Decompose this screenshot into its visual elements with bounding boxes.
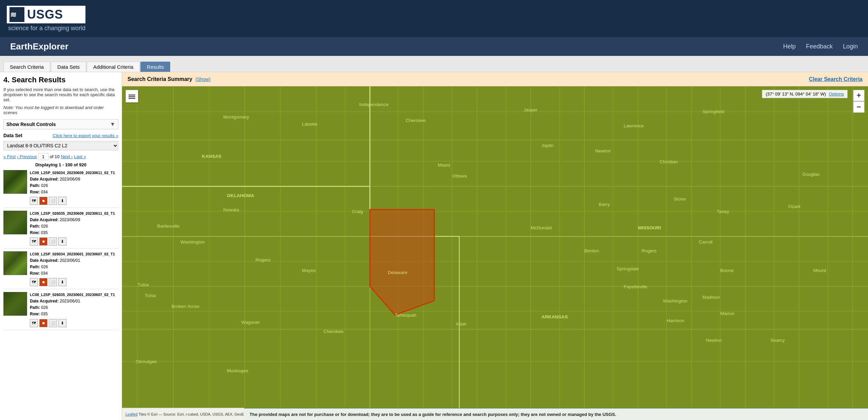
footprint-btn-2[interactable]: 🗺 xyxy=(30,278,38,286)
result-thumbnail-1[interactable] xyxy=(3,211,27,234)
download-btn-2[interactable]: ⬇ xyxy=(58,278,66,286)
label-nowata: Nowata xyxy=(223,207,239,212)
zoom-out-btn[interactable]: − xyxy=(853,101,865,113)
label-arkansas: ARKANSAS xyxy=(541,314,568,319)
label-independence: Independence xyxy=(359,102,389,107)
label-springfield: Springfield xyxy=(703,109,725,114)
login-link[interactable]: Login xyxy=(843,43,858,50)
overlay-btn-0[interactable]: ■ xyxy=(39,197,47,205)
tab-search-criteria[interactable]: Search Criteria xyxy=(3,62,50,72)
clear-search-btn[interactable]: Clear Search Criteria xyxy=(809,76,863,82)
map-layers-button[interactable] xyxy=(125,90,138,103)
footprint-btn-0[interactable]: 🗺 xyxy=(30,197,38,205)
help-link[interactable]: Help xyxy=(783,43,796,50)
tab-additional-criteria[interactable]: Additional Criteria xyxy=(87,62,140,72)
feedback-link[interactable]: Feedback xyxy=(806,43,833,50)
label-harrison: Harrison xyxy=(667,318,684,323)
dataset-select[interactable]: Landsat 8-9 OLI/TIRS C2 L2 xyxy=(3,141,118,150)
label-marion: Marion xyxy=(720,311,734,316)
result-id-1: LC09_L2SP_026035_20230609_20230611_02_T1 xyxy=(30,211,118,217)
tab-results[interactable]: Results xyxy=(140,62,170,72)
download-btn-1[interactable]: ⬇ xyxy=(58,237,66,246)
svg-rect-45 xyxy=(129,94,135,96)
label-tahlequah: Tahlequah xyxy=(395,313,416,318)
summary-show-link[interactable]: (Show) xyxy=(196,77,211,82)
first-page-link[interactable]: « First xyxy=(3,154,16,159)
result-path-3: Path: 026 xyxy=(30,304,118,311)
label-okmulgee: Okmulgee xyxy=(136,359,157,364)
overlay-btn-2[interactable]: ■ xyxy=(39,278,47,286)
result-actions-2: 🗺 ■ ⬜ ⬇ xyxy=(30,278,118,286)
tab-data-sets[interactable]: Data Sets xyxy=(51,62,86,72)
svg-rect-2 xyxy=(122,86,868,408)
result-row-2: Row: 034 xyxy=(30,270,118,277)
last-page-link[interactable]: Last » xyxy=(74,154,86,159)
result-row-3: Row: 035 xyxy=(30,311,118,317)
label-cherokee-ok: Cherokee xyxy=(323,329,343,334)
label-cherokee: Cherokee xyxy=(406,118,426,123)
label-fayetteville: Fayetteville xyxy=(624,284,647,289)
results-heading: 4. Search Results xyxy=(3,76,118,84)
result-info-0: LC09_L2SP_026034_20230609_20230611_02_T1… xyxy=(30,170,118,205)
compare-btn-1[interactable]: ⬜ xyxy=(49,237,57,246)
results-note: Note: You must be logged in to download … xyxy=(3,105,118,115)
download-btn-0[interactable]: ⬇ xyxy=(58,197,66,205)
next-page-link[interactable]: Next › xyxy=(61,154,73,159)
svg-text:≋: ≋ xyxy=(10,10,16,19)
label-stone: Stone xyxy=(674,196,686,202)
label-springdale: Springdale xyxy=(617,266,639,271)
result-controls-arrow: ▼ xyxy=(110,121,115,127)
result-info-2: LC08_L2SP_026034_20230601_20230607_02_T1… xyxy=(30,251,118,286)
summary-bar: Search Criteria Summary (Show) Clear Sea… xyxy=(122,72,868,86)
prev-page-link[interactable]: ‹ Previous xyxy=(17,154,37,159)
result-date-0: Date Acquired: 2023/06/09 xyxy=(30,176,118,183)
label-delaware: Delaware xyxy=(388,270,408,275)
map-options-btn[interactable]: Options xyxy=(829,91,844,97)
zoom-in-btn[interactable]: + xyxy=(853,90,865,101)
tagline: science for a changing world xyxy=(7,25,85,32)
label-mount: Mount xyxy=(813,268,826,273)
result-path-0: Path: 026 xyxy=(30,183,118,189)
export-link[interactable]: Click here to export your results » xyxy=(53,133,118,138)
label-carroll: Carroll xyxy=(699,239,712,245)
map-zoom-controls: + − xyxy=(853,90,865,113)
overlay-btn-3[interactable]: ■ xyxy=(39,319,47,327)
label-washington-ar: Washington xyxy=(663,298,688,303)
nav-links: Help Feedback Login xyxy=(783,43,858,50)
dataset-label: Data Set xyxy=(3,133,22,138)
result-thumbnail-0[interactable] xyxy=(3,170,27,194)
label-oklahoma: OKLAHOMA xyxy=(227,193,254,198)
page-input[interactable] xyxy=(38,153,48,160)
result-row-0: Row: 034 xyxy=(30,189,118,195)
compare-btn-0[interactable]: ⬜ xyxy=(49,197,57,205)
label-missouri: MISSOURI xyxy=(638,225,661,230)
download-btn-3[interactable]: ⬇ xyxy=(58,319,66,327)
usgs-logo: ≋ USGS science for a changing world xyxy=(7,6,85,32)
result-id-0: LC09_L2SP_026034_20230609_20230611_02_T1 xyxy=(30,170,118,176)
label-tulsa2: Tulsa xyxy=(145,293,156,298)
map-container[interactable]: Independence Montgomery Labette Cherokee… xyxy=(122,86,868,408)
result-actions-1: 🗺 ■ ⬜ ⬇ xyxy=(30,237,118,246)
label-muskogee: Muskogee xyxy=(227,368,248,373)
dataset-section: Data Set Click here to export your resul… xyxy=(3,133,118,150)
result-item: LC08_L2SP_026034_20230601_20230607_02_T1… xyxy=(3,251,118,289)
label-douglas: Douglas xyxy=(803,172,820,177)
footprint-btn-3[interactable]: 🗺 xyxy=(30,319,38,327)
label-ottawa: Ottawa xyxy=(452,173,467,178)
compare-btn-3[interactable]: ⬜ xyxy=(49,319,57,327)
leaflet-link[interactable]: Leaflet xyxy=(125,412,137,416)
result-path-2: Path: 026 xyxy=(30,264,118,270)
label-mayes: Mayes xyxy=(302,268,316,273)
label-mcdonald: McDonald xyxy=(531,225,552,230)
footprint-btn-1[interactable]: 🗺 xyxy=(30,237,38,246)
result-thumbnail-3[interactable] xyxy=(3,292,27,316)
label-joplin: Joplin xyxy=(541,143,554,148)
label-christian: Christian xyxy=(659,159,678,164)
compare-btn-2[interactable]: ⬜ xyxy=(49,278,57,286)
svg-rect-46 xyxy=(129,96,135,97)
label-labette: Labette xyxy=(302,122,318,127)
show-result-controls[interactable]: Show Result Controls ▼ xyxy=(3,119,118,129)
overlay-btn-1[interactable]: ■ xyxy=(39,237,47,246)
result-thumbnail-2[interactable] xyxy=(3,251,27,275)
left-panel: 4. Search Results If you selected more t… xyxy=(0,72,122,420)
